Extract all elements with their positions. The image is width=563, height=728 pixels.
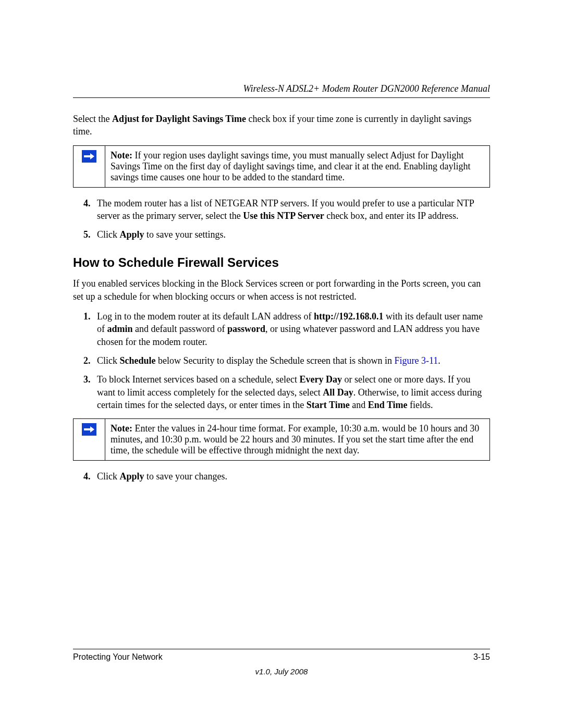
note-icon-cell	[74, 145, 105, 187]
list-number: 4.	[83, 470, 97, 483]
note-icon-cell	[74, 419, 105, 461]
text: and	[350, 400, 368, 410]
bold-text: http://192.168.0.1	[314, 311, 384, 322]
list-body: Log in to the modem router at its defaul…	[97, 310, 490, 348]
list-item: 4. Click Apply to save your changes.	[83, 470, 490, 483]
footer-section-name: Protecting Your Network	[73, 652, 163, 662]
text: fields.	[408, 400, 433, 410]
footer-version: v1.0, July 2008	[73, 667, 490, 676]
note-text-cell: Note: Enter the values in 24-hour time f…	[105, 419, 490, 461]
list-body: Click Apply to save your settings.	[97, 228, 490, 241]
arrow-right-icon	[82, 150, 96, 163]
text: .	[438, 355, 440, 366]
list-item: 5. Click Apply to save your settings.	[83, 228, 490, 241]
footer-rule	[73, 649, 490, 649]
header-rule	[73, 97, 490, 98]
text: Log in to the modem router at its defaul…	[97, 311, 314, 322]
bold-text: admin	[107, 324, 133, 334]
note-label: Note:	[111, 150, 132, 161]
list-item: 1. Log in to the modem router at its def…	[83, 310, 490, 348]
section-heading: How to Schedule Firewall Services	[73, 255, 490, 270]
text: and default password of	[133, 324, 227, 334]
list-number: 5.	[83, 228, 97, 241]
text: check box, and enter its IP address.	[324, 211, 459, 221]
list-body: Click Schedule below Security to display…	[97, 354, 490, 367]
page-header-title: Wireless-N ADSL2+ Modem Router DGN2000 R…	[73, 83, 490, 94]
text: Click	[97, 229, 120, 240]
list-item: 3. To block Internet services based on a…	[83, 373, 490, 411]
list-number: 2.	[83, 354, 97, 367]
figure-link[interactable]: Figure 3-11	[394, 355, 438, 366]
list-item: 4. The modem router has a list of NETGEA…	[83, 197, 490, 223]
page-footer: Protecting Your Network 3-15 v1.0, July …	[73, 644, 490, 676]
list-number: 1.	[83, 310, 97, 348]
text: Select the	[73, 114, 112, 124]
intro-paragraph: Select the Adjust for Daylight Savings T…	[73, 113, 490, 138]
list-body: Click Apply to save your changes.	[97, 470, 490, 483]
list-item: 2. Click Schedule below Security to disp…	[83, 354, 490, 367]
list-number: 3.	[83, 373, 97, 411]
bold-text: password	[227, 324, 265, 334]
note-text: Enter the values in 24-hour time format.…	[111, 423, 479, 455]
note-text-cell: Note: If your region uses daylight savin…	[105, 145, 490, 187]
list-body: To block Internet services based on a sc…	[97, 373, 490, 411]
note-label: Note:	[111, 423, 132, 434]
bold-text: Start Time	[307, 400, 350, 410]
bold-text: Use this NTP Server	[243, 211, 324, 221]
arrow-right-icon	[82, 423, 96, 436]
section-paragraph: If you enabled services blocking in the …	[73, 277, 490, 303]
bold-text: End Time	[368, 400, 408, 410]
bold-text: Every Day	[300, 374, 342, 385]
list-body: The modem router has a list of NETGEAR N…	[97, 197, 490, 223]
bold-text: Schedule	[120, 355, 156, 366]
text: To block Internet services based on a sc…	[97, 374, 300, 385]
bold-text: All Day	[323, 387, 353, 398]
text: Click	[97, 471, 120, 482]
text: to save your settings.	[144, 229, 226, 240]
footer-page-number: 3-15	[473, 652, 490, 662]
note-box: Note: Enter the values in 24-hour time f…	[73, 418, 490, 461]
bold-text: Apply	[120, 471, 144, 482]
text: to save your changes.	[144, 471, 227, 482]
note-box: Note: If your region uses daylight savin…	[73, 145, 490, 188]
text: Click	[97, 355, 120, 366]
bold-text: Apply	[120, 229, 144, 240]
text: below Security to display the Schedule s…	[156, 355, 395, 366]
list-number: 4.	[83, 197, 97, 223]
note-text: If your region uses daylight savings tim…	[111, 150, 470, 182]
bold-text: Adjust for Daylight Savings Time	[112, 114, 246, 124]
